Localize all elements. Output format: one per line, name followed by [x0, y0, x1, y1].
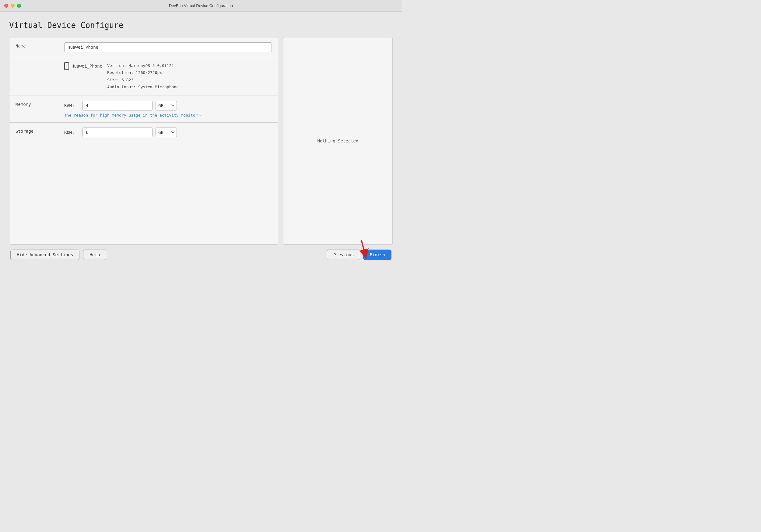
- minimize-button[interactable]: [11, 4, 15, 8]
- name-row: Name: [9, 37, 278, 57]
- storage-row: Storage ROM: MB GB TB: [9, 123, 278, 145]
- device-name-label: Huawei_Phone: [72, 64, 102, 69]
- memory-field: RAM: MB GB TB The reason for high memory…: [64, 101, 272, 117]
- content-area: Name Huawei_Phone Version: HarmonyOS 5: [9, 37, 393, 245]
- nothing-selected-text: Nothing Selected: [318, 139, 359, 143]
- ram-label: RAM:: [64, 103, 80, 108]
- storage-label: Storage: [16, 128, 64, 134]
- name-label: Name: [16, 42, 64, 48]
- rom-input-group: ROM: MB GB TB: [64, 128, 272, 137]
- device-version: Version: HarmonyOS 5.0.0(12): [107, 62, 179, 69]
- main-content: Virtual Device Configure Name Huawei_Pho…: [0, 12, 402, 266]
- page-title: Virtual Device Configure: [9, 21, 393, 30]
- traffic-lights: [4, 4, 21, 8]
- window-title: DevEco Virtual Device Configuration: [169, 3, 233, 8]
- memory-row: Memory RAM: MB GB TB The reason for high…: [9, 96, 278, 123]
- device-label: [16, 62, 64, 63]
- ram-unit-select[interactable]: MB GB TB: [155, 101, 177, 110]
- device-resolution: Resolution: 1260x2720px: [107, 69, 179, 76]
- bottom-right: Previous Finish: [327, 250, 391, 260]
- device-field: Huawei_Phone Version: HarmonyOS 5.0.0(12…: [64, 62, 272, 91]
- memory-link-text: The reason for high memory usage in the …: [64, 113, 198, 117]
- preview-panel: Nothing Selected: [283, 37, 393, 245]
- name-field: [64, 42, 272, 52]
- device-info-row: Huawei_Phone Version: HarmonyOS 5.0.0(12…: [9, 57, 278, 96]
- form-panel: Name Huawei_Phone Version: HarmonyOS 5: [9, 37, 278, 245]
- device-row: Huawei_Phone Version: HarmonyOS 5.0.0(12…: [64, 62, 272, 91]
- storage-field: ROM: MB GB TB: [64, 128, 272, 140]
- close-button[interactable]: [4, 4, 8, 8]
- bottom-bar: Hide Advanced Settings Help Previous Fin…: [9, 250, 393, 260]
- title-bar: DevEco Virtual Device Configuration: [0, 0, 402, 12]
- ram-input[interactable]: [83, 101, 152, 110]
- rom-unit-select[interactable]: MB GB TB: [155, 128, 177, 137]
- link-arrow-icon: ↗: [199, 113, 201, 117]
- device-icon-label: Huawei_Phone: [64, 62, 102, 70]
- hide-advanced-button[interactable]: Hide Advanced Settings: [10, 250, 80, 260]
- device-size: Size: 6.82": [107, 76, 179, 84]
- maximize-button[interactable]: [17, 4, 21, 8]
- ram-input-group: RAM: MB GB TB: [64, 101, 272, 110]
- rom-input[interactable]: [83, 128, 152, 137]
- device-audio: Audio Input: System Microphone: [107, 84, 179, 90]
- help-button[interactable]: Help: [83, 250, 106, 260]
- memory-label: Memory: [16, 101, 64, 107]
- bottom-left: Hide Advanced Settings Help: [10, 250, 106, 260]
- memory-link[interactable]: The reason for high memory usage in the …: [64, 113, 272, 117]
- phone-icon: [64, 62, 69, 70]
- name-input[interactable]: [64, 42, 272, 52]
- rom-label: ROM:: [64, 130, 80, 135]
- device-specs: Version: HarmonyOS 5.0.0(12) Resolution:…: [107, 62, 179, 91]
